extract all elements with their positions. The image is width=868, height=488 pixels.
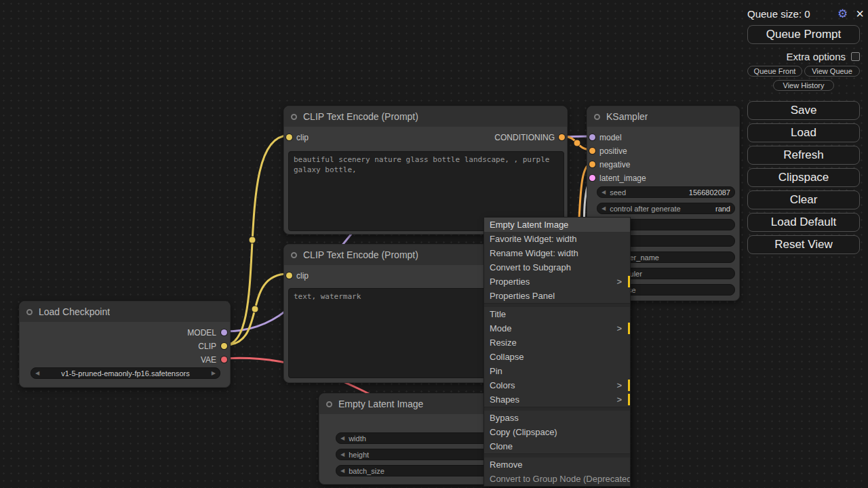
reset-view-button[interactable]: Reset View xyxy=(747,235,860,254)
menu-item-label: Collapse xyxy=(490,352,524,362)
output-slot-model[interactable] xyxy=(221,329,227,336)
widget-label: control after generate xyxy=(610,205,681,213)
collapse-dot-icon[interactable] xyxy=(291,252,297,258)
clear-button[interactable]: Clear xyxy=(747,190,860,209)
clip-positive-header[interactable]: CLIP Text Encode (Prompt) xyxy=(284,106,567,127)
view-queue-button[interactable]: View Queue xyxy=(804,66,860,77)
input-slot-model[interactable] xyxy=(589,134,595,140)
queue-front-button[interactable]: Queue Front xyxy=(747,66,802,77)
menu-item-label: Convert to Subgraph xyxy=(490,262,571,272)
menu-item-label: Mode xyxy=(490,323,512,333)
control-after-generate-widget[interactable]: ◀ control after generate rand xyxy=(597,203,735,214)
menu-item-label: Convert to Group Node (Deprecated) xyxy=(490,474,630,484)
menu-item-resize[interactable]: Resize xyxy=(484,336,630,350)
output-slot-vae[interactable] xyxy=(221,357,227,363)
input-label-clip: clip xyxy=(296,269,309,283)
menu-item-label: Clone xyxy=(490,441,513,451)
seed-widget[interactable]: ◀ seed 1566802087 xyxy=(597,186,735,198)
output-label-vae: VAE xyxy=(201,353,216,367)
combo-left-arrow-icon[interactable]: ◀ xyxy=(35,370,39,376)
widget-label: batch_size xyxy=(349,467,384,475)
menu-item-label: Properties Panel xyxy=(490,291,555,301)
widget-label: seed xyxy=(610,188,626,197)
node-title: KSampler xyxy=(606,111,648,122)
view-history-button[interactable]: View History xyxy=(773,80,834,91)
load-checkpoint-node[interactable]: Load Checkpoint MODEL CLIP VAE ◀ v1-5-pr… xyxy=(19,301,231,388)
widget-left-arrow-icon[interactable]: ◀ xyxy=(340,451,344,458)
save-button[interactable]: Save xyxy=(747,101,860,120)
menu-item-favorite-widget[interactable]: Favorite Widget: width xyxy=(484,232,630,246)
wire-midpoint-dot xyxy=(574,140,580,146)
menu-item-label: Properties xyxy=(490,277,530,287)
collapse-dot-icon[interactable] xyxy=(26,309,33,315)
input-label-positive: positive xyxy=(599,144,627,158)
output-label-model: MODEL xyxy=(187,326,216,340)
menu-item-copy-clipspace[interactable]: Copy (Clipspace) xyxy=(484,425,630,439)
output-slot-conditioning[interactable] xyxy=(559,134,565,140)
node-title: Load Checkpoint xyxy=(39,306,110,317)
wire-clip-to-negative xyxy=(225,274,288,345)
widget-left-arrow-icon[interactable]: ◀ xyxy=(340,468,344,474)
submenu-accent-bar xyxy=(628,380,630,391)
wire-midpoint-dot xyxy=(252,306,258,312)
input-slot-clip[interactable] xyxy=(286,134,292,140)
menu-item-convert-to-subgraph[interactable]: Convert to Subgraph xyxy=(484,260,630,274)
settings-gear-icon[interactable]: ⚙ xyxy=(837,8,848,20)
input-slot-positive[interactable] xyxy=(589,148,595,154)
submenu-accent-bar xyxy=(628,323,630,334)
menu-item-collapse[interactable]: Collapse xyxy=(484,350,630,364)
ckpt-name-value: v1-5-pruned-emaonly-fp16.safetensors xyxy=(61,369,190,378)
menu-item-rename-widget[interactable]: Rename Widget: width xyxy=(484,246,630,260)
clipspace-button[interactable]: Clipspace xyxy=(747,168,860,187)
menu-item-shapes[interactable]: Shapes > xyxy=(484,392,630,407)
output-label-conditioning: CONDITIONING xyxy=(494,131,555,144)
submenu-arrow-icon: > xyxy=(616,321,622,336)
output-label-clip: CLIP xyxy=(198,340,216,353)
collapse-dot-icon[interactable] xyxy=(594,114,600,120)
menu-item-pin[interactable]: Pin xyxy=(484,364,630,378)
combo-right-arrow-icon[interactable]: ▶ xyxy=(212,370,216,376)
ckpt-name-combo[interactable]: ◀ v1-5-pruned-emaonly-fp16.safetensors ▶ xyxy=(31,367,220,379)
menu-item-remove[interactable]: Remove xyxy=(484,458,630,472)
close-icon[interactable]: × xyxy=(856,7,864,20)
input-slot-negative[interactable] xyxy=(589,161,595,167)
menu-item-label: Favorite Widget: width xyxy=(490,234,577,244)
menu-item-colors[interactable]: Colors > xyxy=(484,378,630,392)
menu-item-properties[interactable]: Properties > xyxy=(484,274,630,289)
widget-value: rand xyxy=(715,205,730,213)
refresh-button[interactable]: Refresh xyxy=(747,146,860,165)
node-graph-canvas[interactable]: Load Checkpoint MODEL CLIP VAE ◀ v1-5-pr… xyxy=(0,0,868,488)
menu-item-clone[interactable]: Clone xyxy=(484,439,630,453)
menu-item-label: Bypass xyxy=(490,413,519,423)
queue-prompt-button[interactable]: Queue Prompt xyxy=(747,25,860,44)
menu-item-label: Shapes xyxy=(490,394,519,405)
load-button[interactable]: Load xyxy=(747,123,860,142)
input-label-clip: clip xyxy=(296,131,309,144)
menu-item-label: Title xyxy=(490,309,506,319)
widget-left-arrow-icon[interactable]: ◀ xyxy=(340,435,344,441)
menu-item-convert-to-group-node[interactable]: Convert to Group Node (Deprecated) xyxy=(484,472,630,486)
widget-left-arrow-icon[interactable]: ◀ xyxy=(601,205,606,211)
input-label-model: model xyxy=(599,131,622,144)
menu-item-properties-panel[interactable]: Properties Panel xyxy=(484,289,630,303)
menu-item-mode[interactable]: Mode > xyxy=(484,321,630,336)
widget-left-arrow-icon[interactable]: ◀ xyxy=(601,189,606,195)
ksampler-header[interactable]: KSampler xyxy=(587,106,739,127)
submenu-accent-bar xyxy=(628,394,630,405)
menu-item-label: Remove xyxy=(490,460,522,470)
menu-item-bypass[interactable]: Bypass xyxy=(484,411,630,425)
input-slot-latent-image[interactable] xyxy=(589,175,595,181)
collapse-dot-icon[interactable] xyxy=(326,401,332,407)
output-slot-clip[interactable] xyxy=(221,343,227,349)
load-default-button[interactable]: Load Default xyxy=(747,213,860,232)
node-title: Empty Latent Image xyxy=(338,399,423,409)
load-checkpoint-header[interactable]: Load Checkpoint xyxy=(20,302,230,322)
menu-item-label: Pin xyxy=(490,366,502,376)
menu-item-title[interactable]: Title xyxy=(484,307,630,321)
clip-text-encode-positive-node[interactable]: CLIP Text Encode (Prompt) clip CONDITION… xyxy=(283,106,568,235)
widget-value: 1566802087 xyxy=(689,188,730,197)
input-slot-clip[interactable] xyxy=(286,272,292,279)
extra-options-checkbox[interactable] xyxy=(851,52,860,61)
collapse-dot-icon[interactable] xyxy=(291,114,297,120)
submenu-accent-bar xyxy=(628,276,630,287)
